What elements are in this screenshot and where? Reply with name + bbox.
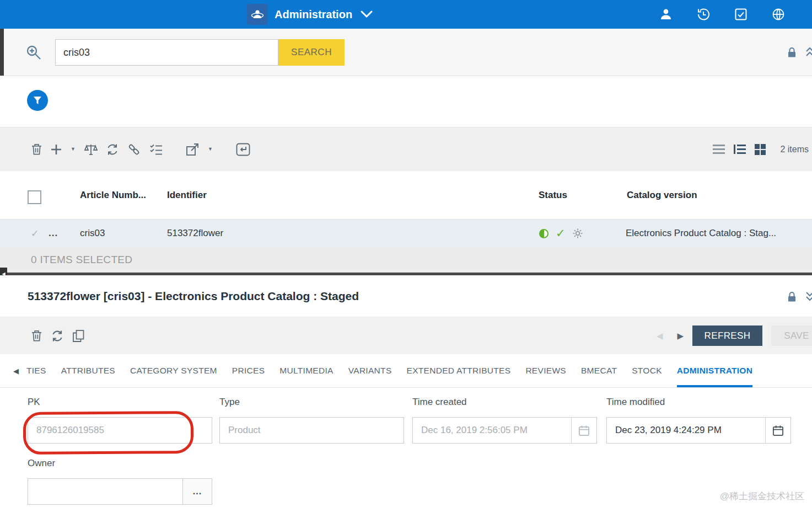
status-check-icon: ✓ (556, 220, 566, 247)
status-gear-icon (572, 220, 583, 247)
tab-variants[interactable]: VARIANTS (348, 354, 392, 387)
next-item-icon[interactable]: ▶ (677, 331, 684, 341)
chevron-down-icon (360, 10, 373, 18)
user-icon[interactable] (659, 7, 673, 22)
owner-input[interactable] (28, 478, 183, 505)
refresh-button[interactable]: REFRESH (692, 325, 762, 346)
previous-item-icon[interactable]: ◀ (657, 331, 663, 341)
pk-value: 8796126019585 (36, 425, 104, 436)
history-icon[interactable] (696, 7, 711, 22)
editor-delete-icon[interactable] (31, 330, 42, 341)
items-count: 2 items (780, 145, 809, 154)
tab-multimedia[interactable]: MULTIMEDIA (279, 354, 333, 387)
pk-label: PK (28, 397, 212, 408)
tabs-scroll-left-icon[interactable]: ◀ (11, 354, 21, 387)
list-toolbar-left: ▼ ▼ (0, 143, 250, 156)
editor-collapse-down-icon[interactable] (805, 291, 812, 304)
type-field-group: Type Product (219, 397, 404, 444)
filter-section (0, 76, 812, 127)
filter-button[interactable] (27, 90, 48, 111)
editor-toolbar-right: ◀ ▶ REFRESH SAVE (657, 325, 812, 346)
world-clock-icon[interactable] (771, 7, 786, 22)
administration-logo-icon (247, 4, 268, 25)
editor-title: 513372flower [cris03] - Electronics Prod… (0, 290, 359, 303)
column-header-identifier[interactable]: Identifier (167, 171, 207, 219)
pk-field-group: PK 8796126019585 (28, 397, 212, 444)
link-icon[interactable] (127, 143, 141, 156)
lock-icon[interactable] (787, 47, 797, 60)
search-button[interactable]: SEARCH (278, 39, 345, 66)
time-modified-field[interactable]: Dec 23, 2019 4:24:29 PM (606, 417, 791, 444)
tasks-icon[interactable] (734, 7, 748, 22)
view-switcher: 2 items (713, 144, 812, 155)
type-value: Product (228, 425, 261, 436)
tab-extended-attributes[interactable]: EXTENDED ATTRIBUTES (407, 354, 511, 387)
editor-lock-icon[interactable] (787, 291, 797, 305)
editor-header: 513372flower [cris03] - Electronics Prod… (0, 275, 812, 317)
time-modified-calendar-icon[interactable] (765, 418, 791, 443)
advanced-search-icon[interactable] (25, 44, 42, 63)
export-dropdown-caret-icon[interactable]: ▼ (208, 147, 213, 152)
select-all-checkbox[interactable] (28, 190, 41, 204)
tab-properties[interactable]: TIES (26, 354, 46, 387)
column-header-status[interactable]: Status (539, 171, 567, 219)
time-created-field: Dec 16, 2019 2:56:05 PM (412, 417, 597, 444)
administration-form: PK 8796126019585 Type Product Time creat… (0, 388, 812, 507)
column-header-catalog-version[interactable]: Catalog version (627, 171, 697, 219)
sync-icon[interactable] (106, 143, 119, 156)
collapse-up-icon[interactable] (805, 46, 812, 60)
table-header: Article Numb... Identifier Status Catalo… (0, 171, 812, 220)
editor-toolbar-left (0, 330, 84, 342)
tab-prices[interactable]: PRICES (232, 354, 265, 387)
row-more-button[interactable]: ... (49, 220, 58, 247)
status-approval-icon (539, 220, 548, 247)
watermark-text: @稀土掘金技术社区 (720, 490, 804, 503)
row-selected-check-icon: ✓ (31, 220, 39, 247)
funnel-icon (33, 96, 42, 105)
copy-icon[interactable] (73, 330, 84, 342)
export-icon[interactable] (186, 143, 199, 156)
tree-view-icon[interactable] (734, 145, 746, 154)
list-toolbar: ▼ ▼ (0, 127, 812, 171)
tab-bmecat[interactable]: BMECAT (581, 354, 617, 387)
top-bar: Administration (0, 0, 812, 29)
type-field: Product (219, 417, 404, 444)
tab-administration[interactable]: ADMINISTRATION (677, 354, 752, 387)
create-dropdown-caret-icon[interactable]: ▼ (71, 147, 76, 152)
time-created-field-group: Time created Dec 16, 2019 2:56:05 PM (412, 397, 597, 444)
cell-article-number: cris03 (80, 220, 105, 247)
tab-reviews[interactable]: REVIEWS (525, 354, 566, 387)
backoffice-app: Administration SEARCH (0, 0, 812, 507)
type-label: Type (219, 397, 404, 408)
owner-field-group: Owner ... (28, 458, 212, 505)
grid-view-icon[interactable] (755, 144, 766, 155)
table-row[interactable]: ✓ ... cris03 513372flower ✓ Electronics … (0, 220, 812, 247)
save-button[interactable]: SAVE (771, 325, 812, 346)
search-section: SEARCH (0, 29, 812, 76)
owner-label: Owner (28, 458, 212, 469)
time-created-calendar-icon (571, 418, 596, 443)
selection-bar: 0 ITEMS SELECTED (0, 247, 812, 273)
tabs-row: TIES ATTRIBUTES CATEGORY SYSTEM PRICES M… (26, 354, 752, 387)
assign-icon[interactable] (236, 143, 250, 156)
tab-stock[interactable]: STOCK (632, 354, 662, 387)
delete-icon[interactable] (31, 143, 42, 155)
list-view-icon[interactable] (713, 145, 725, 154)
tab-attributes[interactable]: ATTRIBUTES (61, 354, 115, 387)
multi-edit-icon[interactable] (149, 143, 163, 155)
collapsed-nav-strip[interactable] (0, 29, 4, 76)
owner-browse-button[interactable]: ... (183, 478, 212, 505)
create-icon[interactable] (51, 144, 62, 155)
time-created-value: Dec 16, 2019 2:56:05 PM (421, 425, 528, 436)
tab-category-system[interactable]: CATEGORY SYSTEM (130, 354, 217, 387)
search-input[interactable] (55, 39, 278, 66)
cell-catalog-version: Electronics Product Catalog : Stag... (626, 220, 776, 247)
time-created-label: Time created (412, 397, 597, 408)
editor-refresh-icon[interactable] (51, 330, 63, 342)
perspective-selector[interactable]: Administration (247, 4, 373, 25)
app-title: Administration (275, 8, 352, 21)
time-modified-field-group: Time modified Dec 23, 2019 4:24:29 PM (606, 397, 791, 444)
column-header-article-number[interactable]: Article Numb... (80, 171, 146, 219)
compare-icon[interactable] (84, 143, 98, 156)
pk-field: 8796126019585 (28, 417, 212, 444)
